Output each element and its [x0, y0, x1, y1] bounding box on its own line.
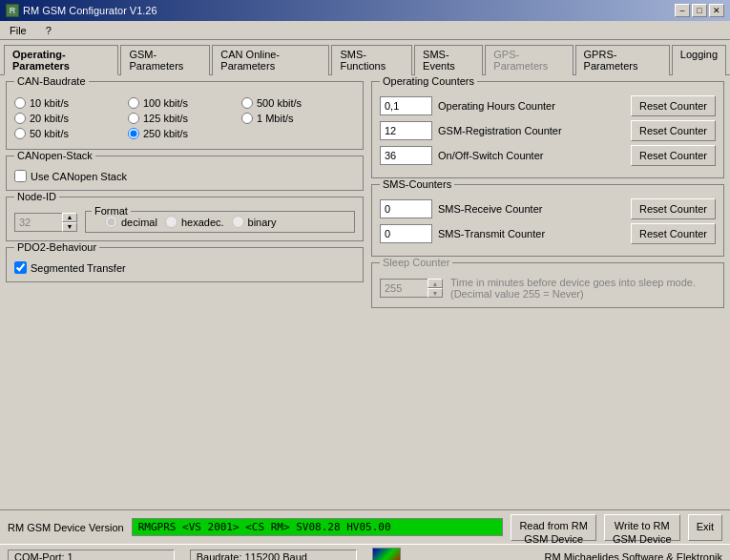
segmented-transfer-checkbox[interactable] [14, 261, 27, 274]
baudrate-125-label: 125 kbit/s [143, 113, 188, 124]
tab-gps-parameters[interactable]: GPS-Parameters [485, 45, 573, 75]
gsm-registration-label: GSM-Registration Counter [438, 125, 625, 136]
baudrate-section: Baudrate: 115200 Baud [190, 550, 357, 561]
company-name: RM Michaelides Software & Elektronik [416, 551, 723, 561]
read-from-device-button[interactable]: Read from RMGSM Device [511, 514, 596, 541]
node-id-spin-buttons: ▲ ▼ [62, 213, 77, 232]
on-off-switch-row: On/Off-Switch Counter Reset Counter [380, 145, 716, 166]
format-binary-label: binary [248, 217, 277, 228]
baudrate-250[interactable]: 250 kbit/s [128, 128, 241, 139]
baudrate-1m-label: 1 Mbit/s [257, 113, 294, 124]
main-content: CAN-Baudrate 10 kbit/s 100 kbit/s 500 kb… [0, 75, 730, 509]
baudrate-50-radio[interactable] [14, 128, 26, 139]
reset-sms-transmit-button[interactable]: Reset Counter [631, 223, 716, 244]
baudrate-125-radio[interactable] [128, 113, 139, 124]
reset-on-off-switch-button[interactable]: Reset Counter [631, 145, 716, 166]
on-off-switch-label: On/Off-Switch Counter [438, 150, 625, 161]
sleep-counter-title: Sleep Counter [380, 257, 452, 268]
format-binary-radio [232, 216, 244, 228]
sms-transmit-input[interactable] [380, 224, 432, 243]
tab-sms-functions[interactable]: SMS-Functions [331, 45, 412, 75]
baudrate-100[interactable]: 100 kbit/s [128, 97, 241, 109]
segmented-transfer-label[interactable]: Segmented Transfer [14, 261, 355, 274]
title-bar: R RM GSM Configurator V1.26 – □ ✕ [0, 0, 730, 21]
minimize-button[interactable]: – [675, 4, 690, 17]
canopen-stack-checkbox[interactable] [14, 170, 27, 182]
baudrate-250-radio[interactable] [128, 128, 139, 139]
maximize-button[interactable]: □ [692, 4, 707, 17]
canopen-stack-group: CANopen-Stack Use CANopen Stack [6, 156, 364, 191]
baudrate-100-label: 100 kbit/s [143, 97, 188, 109]
baudrate-20-radio[interactable] [14, 113, 26, 124]
baudrate-10-label: 10 kbit/s [30, 97, 69, 109]
sms-transmit-row: SMS-Transmit Counter Reset Counter [380, 223, 716, 244]
tab-operating-parameters[interactable]: Operating-Parameters [4, 45, 118, 75]
device-version-value: RMGPRS <VS 2001> <CS RM> SV08.28 HV05.00 [132, 518, 504, 536]
can-baudrate-group: CAN-Baudrate 10 kbit/s 100 kbit/s 500 kb… [6, 81, 364, 150]
tab-can-online-parameters[interactable]: CAN Online-Parameters [212, 45, 329, 75]
baudrate-100-radio[interactable] [128, 97, 139, 109]
reset-sms-receive-button[interactable]: Reset Counter [631, 198, 716, 219]
sleep-counter-hint: Time in minutes before device goes into … [450, 277, 716, 300]
tab-logging[interactable]: Logging [672, 45, 726, 75]
right-panel: Operating Counters Operating Hours Count… [371, 81, 724, 504]
baudrate-50-label: 50 kbit/s [30, 128, 69, 139]
baudrate-50[interactable]: 50 kbit/s [14, 128, 128, 139]
bottom-bar: RM GSM Device Version RMGPRS <VS 2001> <… [0, 509, 730, 544]
operating-hours-input[interactable] [380, 96, 432, 115]
title-bar-text: RM GSM Configurator V1.26 [23, 5, 157, 16]
sms-receive-row: SMS-Receive Counter Reset Counter [380, 198, 716, 219]
reset-gsm-registration-button[interactable]: Reset Counter [631, 120, 716, 141]
can-baudrate-title: CAN-Baudrate [14, 75, 89, 87]
tab-bar: Operating-Parameters GSM-Parameters CAN … [0, 40, 730, 75]
operating-hours-label: Operating Hours Counter [438, 100, 625, 112]
company-logo [372, 548, 401, 561]
format-hexadec-radio [165, 216, 177, 228]
canopen-stack-label: Use CANopen Stack [31, 171, 127, 182]
left-panel: CAN-Baudrate 10 kbit/s 100 kbit/s 500 kb… [6, 81, 364, 504]
baudrate-1m-radio[interactable] [241, 113, 253, 124]
gsm-registration-input[interactable] [380, 121, 432, 140]
baudrate-10-radio[interactable] [14, 97, 26, 109]
sms-receive-label: SMS-Receive Counter [438, 203, 625, 215]
pdo2-behaviour-group: PDO2-Behaviour Segmented Transfer [6, 247, 364, 282]
format-hexadec: hexadec. [165, 216, 224, 228]
baudrate-125[interactable]: 125 kbit/s [128, 113, 241, 124]
app-icon: R [6, 4, 19, 17]
format-decimal-radio [105, 216, 117, 228]
pdo2-behaviour-title: PDO2-Behaviour [14, 241, 99, 253]
baudrate-20[interactable]: 20 kbit/s [14, 113, 128, 124]
sms-counters-title: SMS-Counters [380, 178, 454, 190]
baudrate-10[interactable]: 10 kbit/s [14, 97, 128, 109]
menu-help[interactable]: ? [40, 23, 57, 38]
sms-counters-group: SMS-Counters SMS-Receive Counter Reset C… [371, 184, 724, 257]
format-binary: binary [232, 216, 277, 228]
baudrate-1m[interactable]: 1 Mbit/s [241, 113, 355, 124]
tab-gsm-parameters[interactable]: GSM-Parameters [120, 45, 210, 75]
sleep-counter-up-button: ▲ [428, 279, 443, 288]
write-to-device-button[interactable]: Write to RMGSM Device [604, 514, 680, 541]
reset-operating-hours-button[interactable]: Reset Counter [631, 95, 716, 116]
node-id-down-button: ▼ [62, 222, 77, 232]
format-box: Format decimal hexadec. binary [85, 211, 355, 233]
exit-button[interactable]: Exit [688, 514, 722, 541]
canopen-stack-title: CANopen-Stack [14, 150, 95, 161]
format-decimal: decimal [105, 216, 157, 228]
baudrate-500-radio[interactable] [241, 97, 253, 109]
format-decimal-label: decimal [121, 217, 157, 228]
baudrate-20-label: 20 kbit/s [30, 113, 69, 124]
operating-hours-row: Operating Hours Counter Reset Counter [380, 95, 716, 116]
sms-receive-input[interactable] [380, 199, 432, 218]
close-button[interactable]: ✕ [709, 4, 724, 17]
menu-bar: File ? [0, 21, 730, 40]
baudrate-500[interactable]: 500 kbit/s [241, 97, 355, 109]
format-radios: decimal hexadec. binary [105, 216, 346, 228]
segmented-transfer-text: Segmented Transfer [31, 262, 126, 274]
canopen-stack-checkbox-label[interactable]: Use CANopen Stack [14, 170, 355, 182]
tab-sms-events[interactable]: SMS-Events [414, 45, 483, 75]
tab-gprs-parameters[interactable]: GPRS-Parameters [575, 45, 670, 75]
gsm-registration-row: GSM-Registration Counter Reset Counter [380, 120, 716, 141]
on-off-switch-input[interactable] [380, 146, 432, 165]
menu-file[interactable]: File [4, 23, 32, 38]
baudrate-text: Baudrate: 115200 Baud [197, 551, 307, 561]
